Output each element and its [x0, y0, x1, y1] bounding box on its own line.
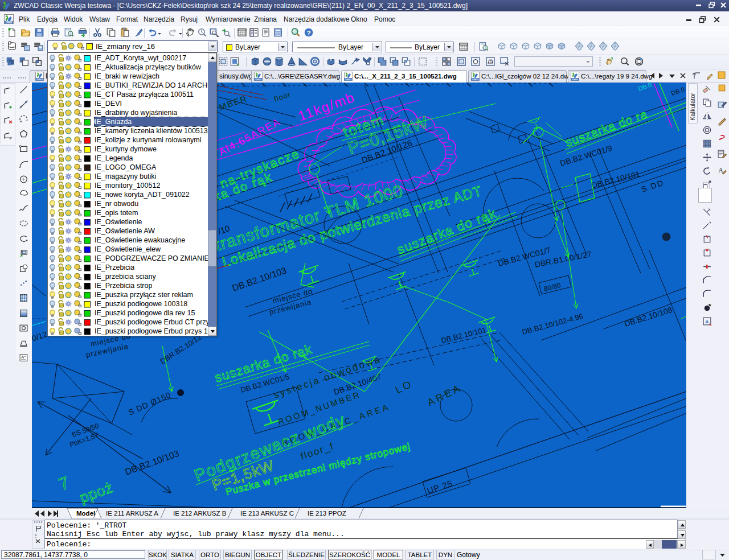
svg-text:IE 213 PPOZ: IE 213 PPOZ	[308, 510, 346, 517]
svg-text:IE 213 ARKUSZ C: IE 213 ARKUSZ C	[240, 510, 294, 517]
svg-text:1: 1	[490, 60, 492, 64]
svg-text:IE 211 ARKUSZ A: IE 211 ARKUSZ A	[106, 510, 158, 517]
svg-text:?: ?	[306, 29, 310, 37]
svg-text:DWG: DWG	[345, 78, 351, 81]
svg-text:DWG: DWG	[472, 78, 478, 81]
svg-text:DWG: DWG	[6, 21, 13, 24]
svg-text:DWG: DWG	[255, 78, 261, 81]
svg-text:A: A	[718, 167, 723, 174]
svg-text:DWG: DWG	[572, 78, 578, 81]
svg-text:A: A	[21, 355, 24, 360]
svg-text:IE 212 ARKUSZ B: IE 212 ARKUSZ B	[173, 510, 227, 517]
svg-text:Model: Model	[76, 510, 95, 517]
svg-text:DWG: DWG	[36, 78, 43, 81]
